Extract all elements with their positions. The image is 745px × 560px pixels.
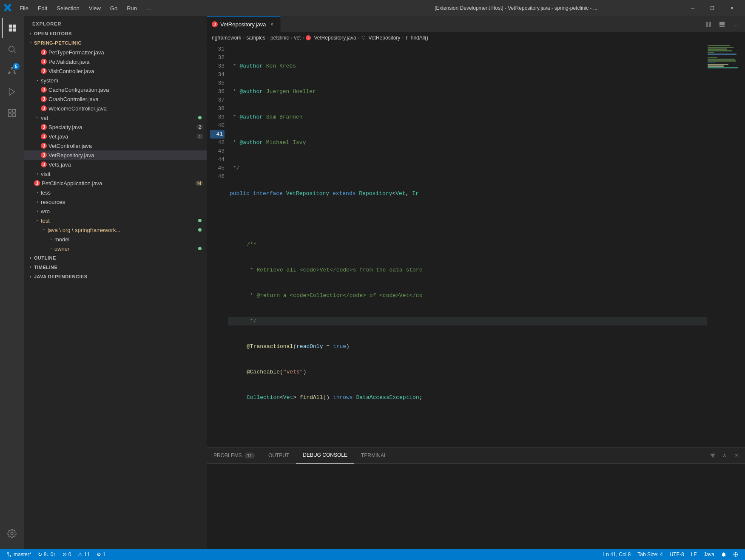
menu-edit[interactable]: Edit bbox=[34, 3, 51, 13]
status-encoding[interactable]: UTF-8 bbox=[666, 549, 688, 560]
activity-debug[interactable] bbox=[2, 82, 22, 102]
status-branch[interactable]: master* bbox=[3, 549, 34, 560]
editor-with-minimap: 31 32 33 34 35 36 37 38 39 40 41 42 43 4… bbox=[207, 43, 745, 447]
more-actions-button[interactable]: ... bbox=[730, 18, 742, 30]
code-content[interactable]: * @author Ken Krebs * @author Juergen Ho… bbox=[228, 43, 707, 447]
editor-scrollbar[interactable] bbox=[741, 43, 745, 447]
folder-vet[interactable]: › vet bbox=[24, 113, 207, 122]
activity-explorer[interactable] bbox=[2, 18, 22, 38]
status-line-ending[interactable]: LF bbox=[688, 549, 700, 560]
folder-java-org[interactable]: › java \ org \ springframework... bbox=[24, 225, 207, 235]
panel: PROBLEMS 11 OUTPUT DEBUG CONSOLE TERMINA… bbox=[207, 447, 745, 549]
minimap-line bbox=[708, 57, 717, 58]
minimize-button[interactable]: ─ bbox=[683, 0, 702, 16]
file-crash-controller[interactable]: J CrashController.java bbox=[24, 94, 207, 104]
menu-file[interactable]: File bbox=[15, 3, 33, 13]
code-line-45 bbox=[228, 419, 707, 427]
open-editors-section[interactable]: › OPEN EDITORS bbox=[24, 29, 207, 38]
folder-owner[interactable]: › owner bbox=[24, 244, 207, 253]
breadcrumb-ngframework[interactable]: ngframework bbox=[212, 35, 241, 41]
status-sync[interactable]: ↻ 8↓ 0↑ bbox=[34, 549, 59, 560]
file-visit-controller[interactable]: J VisitController.java bbox=[24, 66, 207, 76]
file-petclinic-app[interactable]: J PetClinicApplication.java M bbox=[24, 178, 207, 188]
folder-visit[interactable]: › visit bbox=[24, 169, 207, 178]
breadcrumb-vet[interactable]: vet bbox=[294, 35, 301, 41]
restore-button[interactable]: ❐ bbox=[702, 0, 722, 16]
menu-more[interactable]: ... bbox=[142, 3, 155, 13]
folder-test[interactable]: › test bbox=[24, 216, 207, 225]
panel-tab-terminal[interactable]: TERMINAL bbox=[354, 447, 394, 464]
window-controls: ─ ❐ ✕ bbox=[683, 0, 742, 16]
breadcrumb-petclinic[interactable]: petclinic bbox=[270, 35, 289, 41]
file-label: PetClinicApplication.java bbox=[42, 180, 195, 187]
file-vet-controller[interactable]: J VetController.java bbox=[24, 141, 207, 150]
panel-tab-problems[interactable]: PROBLEMS 11 bbox=[207, 447, 262, 464]
breadcrumb-sep2: › bbox=[267, 35, 269, 41]
breadcrumb-samples[interactable]: samples bbox=[246, 35, 265, 41]
activity-git[interactable]: 5 bbox=[2, 60, 22, 81]
file-specialty[interactable]: J Specialty.java 2 bbox=[24, 122, 207, 132]
folder-resources[interactable]: › resources bbox=[24, 197, 207, 206]
code-editor[interactable]: 31 32 33 34 35 36 37 38 39 40 41 42 43 4… bbox=[207, 43, 707, 447]
status-language[interactable]: Java bbox=[700, 549, 718, 560]
activity-settings[interactable] bbox=[2, 525, 22, 546]
outline-label: OUTLINE bbox=[34, 255, 56, 260]
config-label: ⚙ 1 bbox=[97, 552, 105, 557]
tab-close-button[interactable]: × bbox=[268, 21, 275, 28]
tab-size-label: Tab Size: 4 bbox=[637, 552, 663, 557]
menu-view[interactable]: View bbox=[85, 3, 105, 13]
java-deps-section[interactable]: › JAVA DEPENDENCIES bbox=[24, 272, 207, 281]
code-line-42: @Transactional(readOnly = true) bbox=[228, 342, 707, 351]
panel-close-button[interactable]: × bbox=[731, 450, 742, 461]
status-position[interactable]: Ln 41, Col 8 bbox=[600, 549, 634, 560]
toggle-panel-button[interactable] bbox=[716, 18, 728, 30]
folder-wro[interactable]: › wro bbox=[24, 206, 207, 216]
spring-petclinic-label: SPRING-PETCLINIC bbox=[34, 40, 82, 45]
file-welcome-controller[interactable]: J WelcomeController.java bbox=[24, 104, 207, 113]
folder-less[interactable]: › less bbox=[24, 188, 207, 197]
menu-selection[interactable]: Selection bbox=[52, 3, 83, 13]
breadcrumb-file[interactable]: VetRepository.java bbox=[314, 35, 356, 41]
error-icon: J bbox=[41, 124, 47, 130]
tab-vet-repository[interactable]: J VetRepository.java × bbox=[207, 16, 281, 32]
code-line-35: */ bbox=[228, 164, 707, 173]
outline-section[interactable]: › OUTLINE bbox=[24, 253, 207, 263]
menu-run[interactable]: Run bbox=[122, 3, 141, 13]
language-label: Java bbox=[704, 552, 714, 557]
file-pet-validator[interactable]: J PetValidator.java bbox=[24, 57, 207, 66]
status-config[interactable]: ⚙ 1 bbox=[93, 549, 109, 560]
file-vets-java[interactable]: J Vets.java bbox=[24, 160, 207, 169]
folder-label: visit bbox=[41, 171, 207, 177]
minimap-line bbox=[708, 45, 730, 46]
folder-label: resources bbox=[41, 199, 207, 205]
svg-rect-6 bbox=[9, 110, 11, 112]
panel-tab-output[interactable]: OUTPUT bbox=[262, 447, 296, 464]
panel-filter-button[interactable] bbox=[708, 450, 718, 461]
panel-tab-debug-console[interactable]: DEBUG CONSOLE bbox=[296, 447, 354, 464]
status-warnings[interactable]: ⚠ 11 bbox=[74, 549, 93, 560]
status-tab-size[interactable]: Tab Size: 4 bbox=[634, 549, 666, 560]
split-editor-button[interactable] bbox=[702, 18, 714, 30]
close-button[interactable]: ✕ bbox=[722, 0, 742, 16]
status-notifications[interactable] bbox=[718, 549, 730, 560]
file-pettype-formatter[interactable]: J PetTypeFormatter.java bbox=[24, 48, 207, 57]
folder-system[interactable]: › system bbox=[24, 76, 207, 85]
folder-model[interactable]: › model bbox=[24, 235, 207, 244]
file-vet-java[interactable]: J Vet.java 1 bbox=[24, 132, 207, 141]
file-vet-repository[interactable]: J VetRepository.java bbox=[24, 150, 207, 160]
status-errors[interactable]: ⊘ 0 bbox=[59, 549, 74, 560]
activity-extensions[interactable] bbox=[2, 103, 22, 123]
activity-search[interactable] bbox=[2, 39, 22, 59]
folder-label: test bbox=[41, 218, 198, 224]
timeline-section[interactable]: › TIMELINE bbox=[24, 263, 207, 272]
breadcrumb-sep3: › bbox=[290, 35, 292, 41]
sync-label: ↻ 8↓ 0↑ bbox=[38, 552, 56, 557]
spring-petclinic-section[interactable]: › SPRING-PETCLINIC bbox=[24, 38, 207, 48]
code-line-43: @Cacheable("vets") bbox=[228, 368, 707, 376]
breadcrumb-class[interactable]: VetRepository bbox=[369, 35, 401, 41]
menu-go[interactable]: Go bbox=[106, 3, 122, 13]
breadcrumb-method[interactable]: findAll() bbox=[411, 35, 428, 41]
status-remote[interactable] bbox=[730, 549, 742, 560]
panel-collapse-button[interactable]: ∧ bbox=[719, 450, 730, 461]
file-cache-config[interactable]: J CacheConfiguration.java bbox=[24, 85, 207, 94]
